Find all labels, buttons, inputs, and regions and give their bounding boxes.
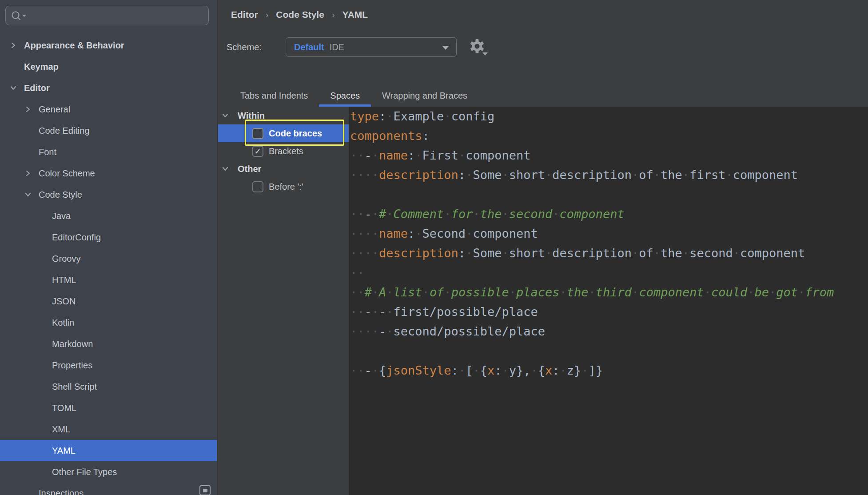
code-line: ··: [350, 263, 868, 283]
option-label: Within: [238, 111, 265, 121]
sidebar-item-label: EditorConfig: [52, 232, 101, 243]
sidebar-item-label: Shell Script: [52, 382, 97, 392]
settings-search-input[interactable]: [28, 10, 208, 21]
sidebar-item-font[interactable]: Font: [0, 141, 217, 163]
sidebar-item-editor[interactable]: Editor: [0, 77, 217, 99]
code-line: [350, 185, 868, 204]
sidebar-item-markdown[interactable]: Markdown: [0, 333, 217, 355]
sidebar-item-toml[interactable]: TOML: [0, 397, 217, 419]
sidebar-item-label: TOML: [52, 403, 76, 413]
code-line: ··#·A·list·of·possible·places·the·third·…: [350, 283, 868, 302]
code-preview-editor: type:·Example·configcomponents:··-·name:…: [349, 107, 868, 495]
sidebar-item-label: General: [39, 104, 70, 115]
breadcrumb-separator: ›: [266, 10, 269, 20]
code-line: ····name:·Second·component: [350, 224, 868, 244]
chevron-down-icon[interactable]: [9, 84, 18, 92]
sidebar-item-label: JSON: [52, 296, 76, 307]
code-line: ··-·#·Comment·for·the·second·component: [350, 204, 868, 224]
code-line: ····-·second/possible/place: [350, 322, 868, 341]
scheme-dropdown[interactable]: Default IDE: [286, 37, 457, 57]
sidebar-item-html[interactable]: HTML: [0, 269, 217, 291]
sidebar-item-label: Code Editing: [39, 126, 90, 136]
sidebar-item-label: Inspections: [39, 488, 84, 495]
sidebar-item-label: Markdown: [52, 339, 93, 349]
tab-spaces[interactable]: Spaces: [319, 84, 371, 107]
breadcrumb-item-code-style[interactable]: Code Style: [276, 9, 324, 20]
code-style-tabs: Tabs and IndentsSpacesWrapping and Brace…: [229, 84, 478, 107]
sidebar-item-code-style[interactable]: Code Style: [0, 184, 217, 205]
spaces-option-tree: WithinCode braces✓BracketsOtherBefore ':…: [218, 107, 349, 495]
checkbox-code-braces[interactable]: [252, 128, 263, 139]
option-brackets[interactable]: ✓Brackets: [218, 142, 349, 160]
sidebar-item-label: Appearance & Behavior: [24, 40, 124, 51]
code-line: ····description:·Some·short·description·…: [350, 244, 868, 263]
sidebar-item-general[interactable]: General: [0, 99, 217, 120]
sidebar-item-kotlin[interactable]: Kotlin: [0, 312, 217, 333]
sidebar-item-groovy[interactable]: Groovy: [0, 248, 217, 269]
sidebar-item-label: Color Scheme: [39, 168, 95, 179]
group-other[interactable]: Other: [218, 160, 349, 178]
gear-icon: [469, 38, 485, 54]
sidebar-item-other-file-types[interactable]: Other File Types: [0, 461, 217, 483]
code-line: ··-·{jsonStyle:·[·{x:·y},·{x:·z}·]}: [350, 361, 868, 380]
code-line: type:·Example·config: [350, 107, 868, 126]
tab-tabs-and-indents[interactable]: Tabs and Indents: [229, 84, 319, 107]
sidebar-item-properties[interactable]: Properties: [0, 355, 217, 376]
chevron-right-icon[interactable]: [9, 41, 18, 50]
sidebar-item-label: Other File Types: [52, 467, 117, 477]
settings-window: Appearance & BehaviorKeymapEditorGeneral…: [0, 0, 868, 495]
reset-defaults-icon[interactable]: [199, 485, 211, 495]
checkbox-brackets[interactable]: ✓: [252, 146, 263, 157]
breadcrumb-item-editor[interactable]: Editor: [231, 9, 258, 20]
sidebar-item-label: XML: [52, 424, 70, 435]
option-label: Brackets: [269, 146, 303, 156]
sidebar-item-color-scheme[interactable]: Color Scheme: [0, 163, 217, 184]
tab-wrapping-and-braces[interactable]: Wrapping and Braces: [371, 84, 478, 107]
sidebar-item-xml[interactable]: XML: [0, 419, 217, 440]
checkbox-before[interactable]: [252, 181, 263, 192]
search-icon: [10, 10, 28, 21]
code-line: ··-·name:·First·component: [350, 146, 868, 165]
sidebar-item-json[interactable]: JSON: [0, 291, 217, 312]
sidebar-item-label: Editor: [24, 83, 50, 93]
sidebar-item-label: Kotlin: [52, 318, 74, 328]
chevron-right-icon[interactable]: [24, 105, 32, 114]
sidebar-item-yaml[interactable]: YAML: [0, 440, 217, 461]
sidebar-item-label: Code Style: [39, 190, 82, 200]
scheme-settings-gear-button[interactable]: [469, 38, 490, 59]
option-label: Other: [238, 164, 261, 174]
code-line: ··-·-·first/possible/place: [350, 302, 868, 322]
sidebar-item-keymap[interactable]: Keymap: [0, 56, 217, 77]
settings-tree: Appearance & BehaviorKeymapEditorGeneral…: [0, 35, 217, 495]
breadcrumb-item-yaml[interactable]: YAML: [342, 9, 368, 20]
code-line: ····description:·Some·short·description·…: [350, 165, 868, 185]
option-before[interactable]: Before ':': [218, 178, 349, 196]
chevron-down-icon[interactable]: [221, 165, 229, 173]
breadcrumb: Editor›Code Style›YAML: [231, 8, 368, 22]
code-line: components:: [350, 126, 868, 146]
sidebar-item-inspections[interactable]: Inspections: [0, 483, 217, 495]
settings-sidebar: Appearance & BehaviorKeymapEditorGeneral…: [0, 0, 218, 495]
chevron-right-icon[interactable]: [24, 169, 32, 178]
sidebar-item-label: Java: [52, 211, 71, 221]
group-within[interactable]: Within: [218, 107, 349, 124]
sidebar-item-shell-script[interactable]: Shell Script: [0, 376, 217, 397]
sidebar-item-code-editing[interactable]: Code Editing: [0, 120, 217, 141]
sidebar-item-java[interactable]: Java: [0, 205, 217, 227]
scheme-value-secondary: IDE: [330, 42, 344, 52]
scheme-label: Scheme:: [227, 42, 262, 52]
sidebar-item-label: HTML: [52, 275, 76, 285]
settings-search-box[interactable]: [5, 6, 209, 25]
code-line: [350, 341, 868, 361]
chevron-down-icon[interactable]: [221, 112, 229, 120]
sidebar-item-label: Keymap: [24, 62, 59, 72]
breadcrumb-separator: ›: [332, 10, 335, 20]
sidebar-item-editorconfig[interactable]: EditorConfig: [0, 227, 217, 248]
sidebar-item-label: Font: [39, 147, 56, 157]
chevron-down-icon: [482, 52, 488, 56]
sidebar-item-appearance-behavior[interactable]: Appearance & Behavior: [0, 35, 217, 56]
option-code-braces[interactable]: Code braces: [218, 124, 349, 142]
sidebar-item-label: Properties: [52, 360, 92, 371]
chevron-down-icon: [442, 46, 449, 50]
chevron-down-icon[interactable]: [24, 190, 32, 199]
